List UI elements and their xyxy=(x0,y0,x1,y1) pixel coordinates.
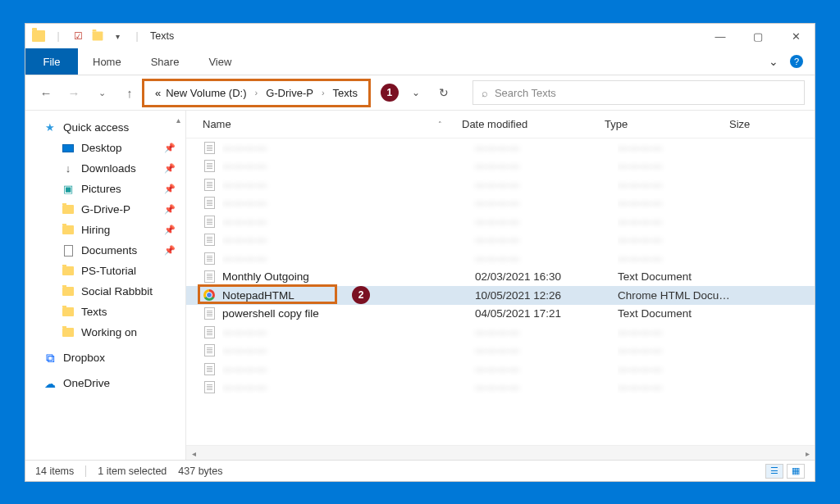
file-row[interactable]: ———— ———— ———— xyxy=(186,194,815,213)
file-row[interactable]: ———— ———— ———— xyxy=(186,249,815,268)
tab-share[interactable]: Share xyxy=(136,48,194,75)
up-button[interactable]: ↑ xyxy=(119,82,140,103)
txt-file-icon xyxy=(203,178,216,191)
txt-file-icon xyxy=(203,234,216,247)
file-type: ———— xyxy=(618,363,742,375)
status-size: 437 bytes xyxy=(178,465,222,477)
file-row[interactable]: NotepadHTML 10/05/2021 12:26 Chrome HTML… xyxy=(186,286,815,305)
file-name: NotepadHTML xyxy=(222,289,475,302)
icons-view-button[interactable]: ▦ xyxy=(787,464,805,479)
help-icon[interactable]: ? xyxy=(790,55,803,68)
file-row[interactable]: ———— ———— ———— xyxy=(186,212,815,231)
properties-icon[interactable]: ☑ xyxy=(70,28,86,44)
file-row[interactable]: ———— ———— ———— xyxy=(186,175,815,194)
sidebar-item-label: Documents xyxy=(81,244,137,257)
column-size[interactable]: Size xyxy=(729,118,815,130)
sidebar-quick-access[interactable]: ★ Quick access xyxy=(25,117,185,138)
minimize-button[interactable]: — xyxy=(701,24,739,48)
file-list-pane: Name ˄ Date modified Type Size ———— ————… xyxy=(186,111,815,460)
scroll-right-icon[interactable]: ▸ xyxy=(800,446,815,460)
folder-icon xyxy=(62,326,75,339)
sidebar-item-label: G-Drive-P xyxy=(81,203,130,216)
column-headers: Name ˄ Date modified Type Size xyxy=(186,111,815,138)
onedrive-icon: ☁ xyxy=(43,377,57,390)
sidebar-item[interactable]: Hiring 📌 xyxy=(25,220,185,240)
pin-icon: 📌 xyxy=(164,184,176,194)
tab-view[interactable]: View xyxy=(194,48,246,75)
folder-icon xyxy=(62,285,75,298)
back-button[interactable]: ← xyxy=(35,82,57,103)
file-row[interactable]: powershell copy file 04/05/2021 17:21 Te… xyxy=(186,305,815,324)
sidebar-onedrive[interactable]: ☁ OneDrive xyxy=(25,373,185,393)
new-folder-icon[interactable] xyxy=(89,28,106,44)
txt-file-icon xyxy=(203,215,216,228)
txt-file-icon xyxy=(203,270,216,284)
file-row[interactable]: ———— ———— ———— xyxy=(186,379,815,397)
file-type: Text Document xyxy=(618,270,742,283)
pin-icon: 📌 xyxy=(164,204,176,215)
file-type: ———— xyxy=(618,179,742,191)
recent-locations-icon[interactable]: ⌄ xyxy=(91,82,112,103)
file-row[interactable]: ———— ———— ———— xyxy=(186,360,815,379)
chevron-right-icon[interactable]: › xyxy=(254,88,258,98)
close-button[interactable]: ✕ xyxy=(777,24,815,48)
ribbon-collapse-icon[interactable]: ⌄ xyxy=(769,55,778,68)
file-tab[interactable]: File xyxy=(25,48,78,75)
star-icon: ★ xyxy=(43,121,57,134)
folder-icon xyxy=(62,224,75,237)
forward-button[interactable]: → xyxy=(63,82,84,103)
column-type[interactable]: Type xyxy=(605,118,729,130)
file-type: ———— xyxy=(618,381,742,393)
status-selected: 1 item selected xyxy=(98,465,167,477)
breadcrumb-part-0[interactable]: New Volume (D:) xyxy=(166,87,246,99)
breadcrumb-overflow[interactable]: « xyxy=(155,87,161,99)
file-row[interactable]: ———— ———— ———— xyxy=(186,231,815,250)
file-list: ———— ———— ———— ———— ———— ———— ———— ———— … xyxy=(186,138,815,445)
horizontal-scrollbar[interactable]: ◂ ▸ xyxy=(186,445,815,460)
separator xyxy=(85,465,86,477)
sidebar-item-label: Texts xyxy=(81,306,107,318)
file-type: ———— xyxy=(618,197,742,209)
sidebar-dropbox[interactable]: ⧉ Dropbox xyxy=(25,347,185,368)
navigation-pane: ▴ ★ Quick access Desktop 📌↓ Downloads 📌▣… xyxy=(25,111,186,460)
file-row[interactable]: ———— ———— ———— xyxy=(186,342,815,361)
address-bar[interactable]: « New Volume (D:) › G-Drive-P › Texts xyxy=(147,81,366,105)
column-name[interactable]: Name ˄ xyxy=(203,118,462,130)
sidebar-item[interactable]: Desktop 📌 xyxy=(25,138,185,158)
file-type: ———— xyxy=(618,216,742,228)
file-row[interactable]: ———— ———— ———— xyxy=(186,323,815,342)
sidebar-item[interactable]: Texts xyxy=(25,302,185,322)
search-input[interactable]: ⌕ Search Texts xyxy=(472,80,805,105)
txt-file-icon xyxy=(203,381,216,394)
file-date: ———— xyxy=(475,142,618,154)
qat-dropdown-icon[interactable]: ▾ xyxy=(109,28,126,44)
maximize-button[interactable]: ▢ xyxy=(739,24,777,48)
scroll-left-icon[interactable]: ◂ xyxy=(186,446,201,460)
annotation-callout-1: 1 xyxy=(381,84,399,102)
sidebar-label: Quick access xyxy=(63,121,129,134)
file-row[interactable]: ———— ———— ———— xyxy=(186,157,815,176)
sidebar-item[interactable]: PS-Tutorial xyxy=(25,261,185,281)
sidebar-item[interactable]: Working on xyxy=(25,322,185,343)
sidebar-item[interactable]: ↓ Downloads 📌 xyxy=(25,158,185,179)
sidebar-item[interactable]: ▣ Pictures 📌 xyxy=(25,179,185,199)
sidebar-item[interactable]: Social Rabbbit xyxy=(25,281,185,302)
breadcrumb-part-1[interactable]: G-Drive-P xyxy=(266,87,313,99)
sidebar-item[interactable]: Documents 📌 xyxy=(25,240,185,261)
pin-icon: 📌 xyxy=(164,225,176,235)
file-row[interactable]: ———— ———— ———— xyxy=(186,138,815,157)
txt-file-icon xyxy=(203,141,216,154)
explorer-body: ▴ ★ Quick access Desktop 📌↓ Downloads 📌▣… xyxy=(25,110,815,460)
chevron-right-icon[interactable]: › xyxy=(322,88,325,98)
file-row[interactable]: Monthly Outgoing 02/03/2021 16:30 Text D… xyxy=(186,268,815,287)
sidebar-item[interactable]: G-Drive-P 📌 xyxy=(25,199,185,220)
sidebar-label: Dropbox xyxy=(63,352,105,364)
breadcrumb-part-2[interactable]: Texts xyxy=(333,87,358,99)
tab-home[interactable]: Home xyxy=(78,48,136,75)
details-view-button[interactable]: ☰ xyxy=(765,464,783,479)
refresh-button[interactable]: ↻ xyxy=(433,86,454,99)
file-name: ———— xyxy=(222,381,475,393)
address-dropdown-icon[interactable]: ⌄ xyxy=(405,87,427,98)
column-date[interactable]: Date modified xyxy=(462,118,605,130)
scrollbar-up-icon[interactable]: ▴ xyxy=(172,112,184,127)
